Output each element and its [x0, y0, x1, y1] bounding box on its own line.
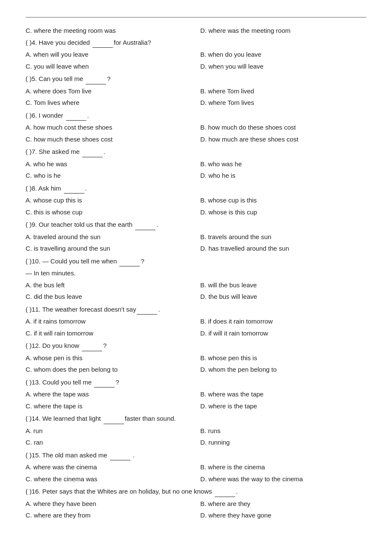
q14-stem: ( )14. We learned that light faster than… — [26, 413, 366, 424]
q7-option-a: A. who he was — [26, 159, 196, 170]
option-c: C. where the meeting room was — [26, 25, 196, 36]
q12-blank — [82, 351, 102, 351]
q15-option-c: C. where the cinema was — [26, 474, 196, 485]
q10-stem: ( )10. — Could you tell me when ? — [26, 256, 366, 267]
q14-options-cd: C. ran D. running — [26, 437, 366, 448]
q8-blank — [64, 193, 84, 194]
q6-options-ab: A. how much cost these shoes B. how much… — [26, 122, 366, 133]
q5-option-a: A. where does Tom live — [26, 86, 196, 97]
option-d: D. where was the meeting room — [196, 25, 366, 36]
q12-stem: ( )12. Do you know ? — [26, 340, 366, 351]
q6-stem: ( )6. I wonder . — [26, 110, 366, 121]
q13-option-c: C. where the tape is — [26, 401, 196, 412]
q6-option-a: A. how much cost these shoes — [26, 122, 196, 133]
q16-option-b: B. where are they — [196, 498, 366, 509]
q6-blank — [66, 120, 86, 121]
q15-stem: ( )15. The old man asked me . — [26, 450, 366, 461]
q8-option-b: B. whose cup is this — [196, 195, 366, 206]
q4-option-d: D. when you will leave — [196, 61, 366, 72]
q16-option-c: C. where are they from — [26, 510, 196, 521]
q4-blank — [92, 47, 113, 48]
q8-option-a: A. whose cup this is — [26, 195, 196, 206]
q10-blank — [119, 266, 140, 266]
q9-stem: ( )9. Our teacher told us that the earth… — [26, 219, 366, 230]
q5-options-ab: A. where does Tom live B. where Tom live… — [26, 86, 366, 97]
q12-option-d: D. whom the pen belong to — [196, 364, 366, 375]
q11-stem: ( )11. The weather forecast doesn't say. — [26, 304, 366, 315]
q4-options-cd: C. you will leave when D. when you will … — [26, 61, 366, 72]
q8-stem: ( )8. Ask him . — [26, 183, 366, 194]
q13-options-cd: C. where the tape is D. where is the tap… — [26, 401, 366, 412]
q8-options-ab: A. whose cup this is B. whose cup is thi… — [26, 195, 366, 206]
q7-stem: ( )7. She asked me . — [26, 146, 366, 157]
q14-option-a: A. run — [26, 425, 196, 436]
q14-option-b: B. runs — [196, 425, 366, 436]
question-15: ( )15. The old man asked me . A. where w… — [26, 450, 366, 485]
q5-option-c: C. Tom lives where — [26, 97, 196, 108]
q7-option-b: B. who was he — [196, 159, 366, 170]
q5-blank — [86, 84, 106, 84]
q11-options-ab: A. if it rains tomorrow B. if does it ra… — [26, 316, 366, 327]
q13-option-a: A. where the tape was — [26, 389, 196, 400]
question-10: ( )10. — Could you tell me when ? — In t… — [26, 256, 366, 302]
q8-options-cd: C. this is whose cup D. whose is this cu… — [26, 207, 366, 218]
question-13: ( )13. Could you tell me ? A. where the … — [26, 377, 366, 412]
q12-option-b: B. whose pen this is — [196, 353, 366, 364]
q10-options-cd: C. did the bus leave D. the bus will lea… — [26, 291, 366, 302]
q13-option-b: B. where was the tape — [196, 389, 366, 400]
q4-options-ab: A. when will you leave B. when do you le… — [26, 49, 366, 60]
q15-options-ab: A. where was the cinema B. where is the … — [26, 462, 366, 473]
question-5: ( )5. Can you tell me ? A. where does To… — [26, 73, 366, 108]
q14-blank — [104, 424, 124, 424]
q13-option-d: D. where is the tape — [196, 401, 366, 412]
q7-option-c: C. who is he — [26, 170, 196, 181]
q11-option-c: C. if it will rain tomorrow — [26, 328, 196, 339]
q11-option-d: D. if will it rain tomorrow — [196, 328, 366, 339]
question-4: ( )4. Have you decided for Australia? A.… — [26, 37, 366, 72]
q6-option-b: B. how much do these shoes cost — [196, 122, 366, 133]
q6-options-cd: C. how much these shoes cost D. how much… — [26, 134, 366, 145]
q6-option-d: D. how much are these shoes cost — [196, 134, 366, 145]
q10-option-b: B. will the bus leave — [196, 280, 366, 291]
q9-option-d: D. has travelled around the sun — [196, 243, 366, 254]
q14-option-d: D. running — [196, 437, 366, 448]
question-6: ( )6. I wonder . A. how much cost these … — [26, 110, 366, 145]
question-7: ( )7. She asked me . A. who he was B. wh… — [26, 146, 366, 181]
q15-option-b: B. where is the cinema — [196, 462, 366, 473]
q9-option-b: B. travels around the sun — [196, 231, 366, 243]
question-9: ( )9. Our teacher told us that the earth… — [26, 219, 366, 254]
q7-blank — [82, 157, 103, 157]
q15-option-d: D. where was the way to the cinema — [196, 474, 366, 485]
question-8: ( )8. Ask him . A. whose cup this is B. … — [26, 183, 366, 218]
q12-options-cd: C. whom does the pen belong to D. whom t… — [26, 364, 366, 375]
q6-option-c: C. how much these shoes cost — [26, 134, 196, 145]
q11-option-b: B. if does it rain tomorrow — [196, 316, 366, 327]
q12-option-c: C. whom does the pen belong to — [26, 364, 196, 375]
q15-option-a: A. where was the cinema — [26, 462, 196, 473]
question-16: ( )16. Peter says that the Whites are on… — [26, 486, 366, 521]
q10-option-c: C. did the bus leave — [26, 291, 196, 302]
q7-options-cd: C. who is he D. who he is — [26, 170, 366, 181]
q5-option-b: B. where Tom lived — [196, 86, 366, 97]
q7-options-ab: A. who he was B. who was he — [26, 159, 366, 170]
q8-option-c: C. this is whose cup — [26, 207, 196, 218]
q11-blank — [137, 314, 157, 315]
q8-option-d: D. whose is this cup — [196, 207, 366, 218]
top-cd-options: C. where the meeting room was D. where w… — [26, 25, 366, 36]
q15-options-cd: C. where the cinema was D. where was the… — [26, 474, 366, 485]
top-divider — [26, 17, 366, 17]
q13-stem: ( )13. Could you tell me ? — [26, 377, 366, 388]
question-14: ( )14. We learned that light faster than… — [26, 413, 366, 448]
q16-options-cd: C. where are they from D. where they hav… — [26, 510, 366, 521]
q4-option-c: C. you will leave when — [26, 61, 196, 72]
q10-option-d: D. the bus will leave — [196, 291, 366, 302]
q10-options-ab: A. the bus left B. will the bus leave — [26, 280, 366, 291]
q9-options-ab: A. traveled around the sun B. travels ar… — [26, 231, 366, 243]
q12-options-ab: A. whose pen is this B. whose pen this i… — [26, 353, 366, 364]
question-12: ( )12. Do you know ? A. whose pen is thi… — [26, 340, 366, 375]
q4-option-a: A. when will you leave — [26, 49, 196, 60]
q14-options-ab: A. run B. runs — [26, 425, 366, 436]
q5-options-cd: C. Tom lives where D. where Tom lives — [26, 97, 366, 108]
q16-stem: ( )16. Peter says that the Whites are on… — [26, 486, 366, 497]
q11-options-cd: C. if it will rain tomorrow D. if will i… — [26, 328, 366, 339]
